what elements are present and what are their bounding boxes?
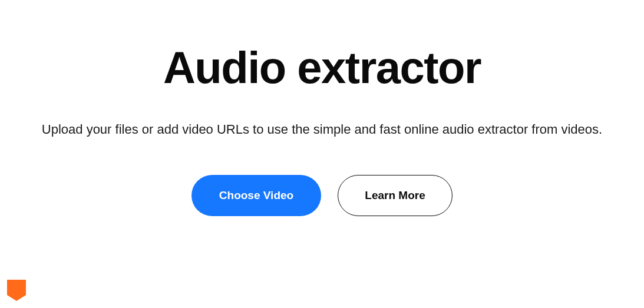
choose-video-button[interactable]: Choose Video xyxy=(191,175,321,216)
learn-more-button[interactable]: Learn More xyxy=(338,175,453,216)
hero-section: Audio extractor Upload your files or add… xyxy=(0,0,644,216)
button-row: Choose Video Learn More xyxy=(191,175,453,216)
shield-icon xyxy=(7,280,26,301)
page-title: Audio extractor xyxy=(163,44,481,91)
page-subtitle: Upload your files or add video URLs to u… xyxy=(42,120,602,140)
